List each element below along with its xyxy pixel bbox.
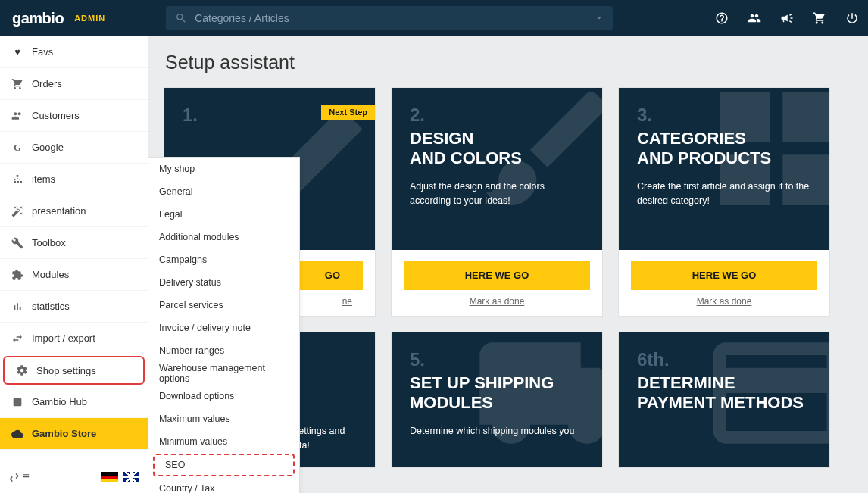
sidebar-item-label: Modules — [32, 269, 69, 280]
submenu-item-legal[interactable]: Legal — [148, 203, 299, 226]
sidebar-item-label: Toolbox — [32, 237, 66, 248]
submenu-shop-settings: My shop General Legal Additional modules… — [148, 157, 300, 493]
sidebar-item-presentation[interactable]: presentation — [0, 195, 148, 227]
sidebar-item-favs[interactable]: ♥Favs — [0, 36, 148, 68]
submenu-item-addmodules[interactable]: Additional modules — [148, 226, 299, 248]
sitemap-icon — [11, 173, 24, 186]
submenu-item-number[interactable]: Number ranges — [148, 339, 299, 362]
brush-shape-icon — [473, 88, 602, 224]
sidebar-item-label: items — [32, 173, 55, 185]
here-we-go-button[interactable]: HERE WE GO — [631, 261, 817, 290]
here-we-go-button[interactable]: HERE WE GO — [404, 261, 590, 290]
submenu-item-delivery[interactable]: Delivery status — [148, 271, 299, 294]
sidebar-item-label: Import / export — [32, 332, 95, 344]
page-title: Setup assistant — [165, 51, 853, 73]
sidebar-item-label: Gambio Hub — [32, 396, 87, 407]
cart-icon[interactable] — [812, 11, 827, 25]
sidebar-item-label: Favs — [32, 46, 53, 58]
sidebar-item-label: Customers — [32, 110, 80, 121]
sidebar-item-label: Gambio Store — [32, 428, 96, 439]
heart-icon: ♥ — [11, 46, 24, 58]
cloud-icon — [11, 428, 24, 440]
sidebar-item-label: statistics — [32, 301, 70, 312]
chevron-down-icon — [595, 14, 604, 23]
sidebar-item-gambio-hub[interactable]: Gambio Hub — [0, 386, 148, 418]
google-icon: G — [11, 142, 24, 154]
puzzle-icon — [11, 269, 24, 281]
sidebar-item-orders[interactable]: Orders — [0, 68, 148, 100]
sidebar-item-statistics[interactable]: statistics — [0, 291, 148, 323]
chart-icon — [11, 301, 24, 313]
transfer-icon — [11, 332, 24, 345]
sidebar-item-label: Google — [32, 142, 64, 153]
mark-done-link[interactable]: Mark as done — [619, 296, 829, 316]
sidebar-item-google[interactable]: GGoogle — [0, 132, 148, 164]
submenu-item-minvalues[interactable]: Minimum values — [148, 430, 299, 453]
collapse-toggle[interactable]: ⇄ ≡ — [9, 470, 30, 484]
mark-done-link[interactable]: Mark as done — [392, 296, 602, 316]
submenu-item-country[interactable]: Country / Tax — [148, 477, 299, 493]
users-icon — [11, 110, 24, 122]
wrench-icon — [11, 237, 24, 249]
gears-icon — [15, 364, 29, 376]
sidebar-item-gambio-store[interactable]: Gambio Store — [0, 418, 148, 450]
topbar: gambio ADMIN Categories / Articles — [0, 0, 868, 36]
sidebar-item-label: Shop settings — [36, 365, 96, 376]
submenu-item-general[interactable]: General — [148, 180, 299, 203]
sidebar-item-items[interactable]: items — [0, 164, 148, 195]
sidebar-item-import-export[interactable]: Import / export — [0, 323, 148, 354]
admin-badge: ADMIN — [74, 14, 105, 23]
sidebar-item-modules[interactable]: Modules — [0, 259, 148, 291]
search-icon — [175, 12, 187, 24]
card-6: 6th. DETERMINE PAYMENT METHODS — [618, 332, 830, 468]
help-icon[interactable] — [715, 11, 729, 25]
sidebar-item-label: Orders — [32, 78, 62, 89]
submenu-item-warehouse[interactable]: Warehouse management options — [148, 362, 299, 385]
magic-icon — [11, 205, 24, 217]
submenu-item-myshop[interactable]: My shop — [148, 158, 299, 180]
logo: gambio — [12, 10, 64, 27]
search-placeholder: Categories / Articles — [195, 12, 595, 24]
submenu-item-seo[interactable]: SEO — [153, 454, 295, 476]
card-3: 3. CATEGORIES AND PRODUCTS Create the fi… — [618, 87, 830, 317]
flag-de-icon[interactable] — [101, 472, 118, 482]
search-dropdown[interactable]: Categories / Articles — [166, 6, 613, 30]
hub-icon — [11, 396, 24, 408]
submenu-item-invoice[interactable]: Invoice / delivery note — [148, 317, 299, 339]
sidebar: ♥Favs Orders Customers GGoogle items pre… — [0, 36, 148, 493]
sidebar-item-label: presentation — [32, 205, 86, 217]
submenu-item-download[interactable]: Download options — [148, 385, 299, 407]
boxes-shape-icon — [701, 88, 829, 224]
sidebar-item-shop-settings[interactable]: Shop settings — [3, 356, 145, 385]
card-shape-icon — [701, 332, 829, 467]
next-step-badge: Next Step — [321, 105, 375, 120]
submenu-item-parcel[interactable]: Parcel services — [148, 294, 299, 317]
submenu-item-campaigns[interactable]: Campaigns — [148, 248, 299, 271]
submenu-item-maxvalues[interactable]: Maximum values — [148, 407, 299, 430]
card-2: 2. DESIGN AND COLORS Adjust the design a… — [391, 87, 603, 317]
svg-rect-0 — [14, 398, 22, 406]
cart-icon — [11, 78, 24, 90]
sidebar-item-toolbox[interactable]: Toolbox — [0, 227, 148, 259]
sidebar-item-customers[interactable]: Customers — [0, 100, 148, 132]
truck-shape-icon — [473, 332, 602, 467]
card-5: 5. SET UP SHIPPING MODULES Determine whi… — [391, 332, 603, 468]
top-icons — [715, 11, 859, 25]
bottom-bar: ⇄ ≡ — [0, 460, 148, 493]
flag-uk-icon[interactable] — [123, 472, 139, 482]
users-icon[interactable] — [747, 11, 762, 25]
megaphone-icon[interactable] — [780, 11, 794, 25]
power-icon[interactable] — [845, 11, 859, 25]
